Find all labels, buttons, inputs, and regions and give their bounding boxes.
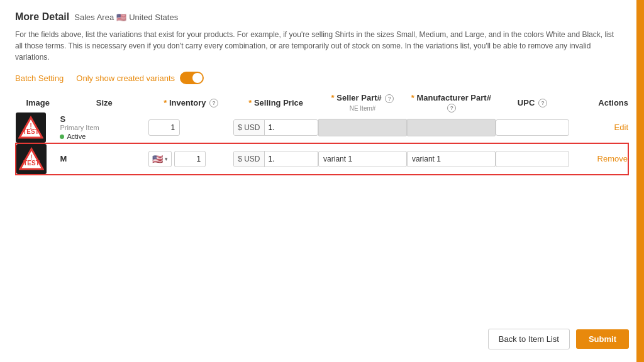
page-title: More Detail: [15, 11, 69, 23]
chevron-down-icon: ▾: [165, 156, 168, 162]
selling-price-cell-m: $ USD: [233, 143, 318, 175]
inventory-wrapper-m: 🇺🇸 ▾: [148, 151, 233, 167]
price-prefix-m: $ USD: [234, 151, 264, 167]
inventory-info-icon[interactable]: ?: [209, 99, 218, 107]
actions-cell-m: Remove: [569, 143, 628, 175]
seller-part-cell-s: [318, 112, 407, 143]
batch-setting-button[interactable]: Batch Setting: [15, 74, 64, 83]
image-cell-m: TEST !: [16, 143, 60, 175]
seller-part-blurred-s: [318, 119, 407, 136]
footer: Back to Item List Submit: [488, 329, 629, 349]
seller-part-cell-m: [318, 143, 407, 175]
upc-input-s[interactable]: [496, 119, 569, 136]
active-dot: [60, 134, 64, 139]
mfr-part-blurred-s: [407, 119, 496, 136]
svg-text:!: !: [30, 153, 33, 162]
upc-cell-m: [496, 143, 569, 175]
col-header-upc: UPC ?: [496, 93, 569, 112]
mfr-part-cell-m: [407, 143, 496, 175]
remove-button-m[interactable]: Remove: [597, 154, 628, 163]
inventory-cell-s: [148, 112, 233, 143]
col-header-inventory: * Inventory ?: [148, 93, 233, 112]
col-header-image: Image: [16, 93, 60, 112]
product-image-s: TEST !: [16, 112, 46, 143]
selling-price-cell-s: $ USD: [233, 112, 318, 143]
sales-area-label: Sales Area 🇺🇸 United States: [74, 13, 178, 22]
country-label: United States: [129, 13, 178, 22]
col-header-actions: Actions: [569, 93, 628, 112]
product-image-m: TEST !: [16, 144, 47, 174]
orange-sidebar: [636, 0, 644, 362]
flag-icon: 🇺🇸: [116, 13, 126, 22]
image-cell-s: TEST !: [16, 112, 60, 143]
mfr-part-cell-s: [407, 112, 496, 143]
seller-part-input-m[interactable]: [318, 151, 407, 167]
price-prefix-s: $ USD: [234, 120, 264, 135]
upc-info-icon[interactable]: ?: [538, 99, 547, 107]
price-input-m[interactable]: [265, 151, 296, 167]
edit-button-s[interactable]: Edit: [614, 123, 628, 132]
toolbar: Batch Setting Only show created variants: [15, 72, 629, 84]
flag-emoji-m: 🇺🇸: [152, 154, 163, 164]
upc-input-m[interactable]: [496, 151, 569, 167]
seller-part-info-icon[interactable]: ?: [385, 94, 394, 103]
only-show-created-toggle[interactable]: [180, 72, 204, 84]
price-wrapper-s: $ USD: [233, 119, 318, 136]
manufacturer-part-info-icon[interactable]: ?: [447, 104, 456, 112]
svg-text:!: !: [30, 121, 32, 131]
price-wrapper-m: $ USD: [233, 151, 318, 167]
flag-selector-m[interactable]: 🇺🇸 ▾: [148, 151, 172, 167]
actions-cell-s: Edit: [569, 112, 628, 143]
table-row: TEST ! S Primary Item Active: [16, 112, 628, 143]
size-cell-m: M: [60, 143, 148, 175]
toggle-label: Only show created variants: [76, 72, 204, 84]
inventory-input-m[interactable]: [174, 151, 206, 167]
inventory-input-s[interactable]: [148, 119, 180, 136]
table-row: TEST ! M 🇺🇸 ▾: [16, 143, 628, 175]
description-text: For the fields above, list the variation…: [15, 29, 619, 63]
upc-cell-s: [496, 112, 569, 143]
col-header-seller-part: * Seller Part# ? NE Item#: [318, 93, 407, 112]
variants-table: Image Size * Inventory ? * Selling Price…: [15, 93, 629, 175]
col-header-size: Size: [60, 93, 148, 112]
size-cell-s: S Primary Item Active: [60, 112, 148, 143]
price-input-s[interactable]: [265, 120, 296, 135]
col-header-manufacturer-part: * Manufacturer Part# ?: [407, 93, 496, 112]
active-badge-s: Active: [60, 133, 86, 140]
submit-button[interactable]: Submit: [576, 329, 629, 349]
mfr-part-input-m[interactable]: [407, 151, 496, 167]
back-to-item-list-button[interactable]: Back to Item List: [488, 329, 570, 349]
inventory-cell-m: 🇺🇸 ▾: [148, 143, 233, 175]
col-header-selling-price: * Selling Price: [233, 93, 318, 112]
